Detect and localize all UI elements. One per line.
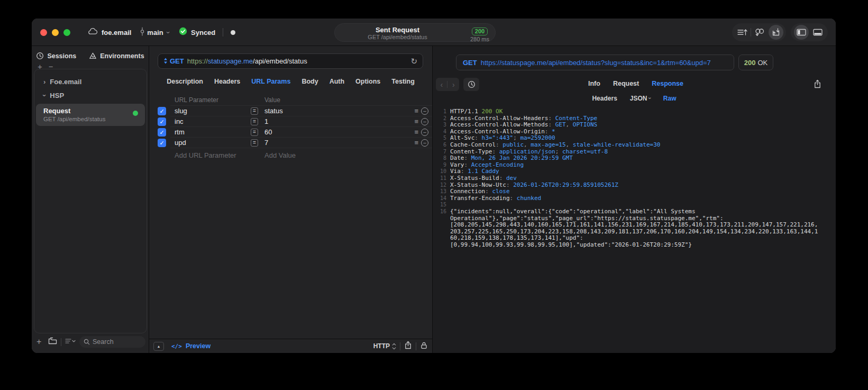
request-summary-pill[interactable]: Sent Request GET /api/embed/status 200 2…: [334, 23, 496, 42]
line-number: 2: [438, 115, 446, 122]
minimize-button[interactable]: [52, 29, 59, 36]
tab-auth[interactable]: Auth: [330, 78, 344, 85]
param-name[interactable]: slug: [175, 107, 187, 115]
param-row-rtm: ✓rtm=60≡−: [149, 127, 432, 138]
param-name[interactable]: inc: [175, 117, 184, 125]
param-name[interactable]: upd: [175, 139, 186, 147]
response-tab-request[interactable]: Request: [613, 80, 639, 87]
tab-description[interactable]: Description: [167, 78, 203, 85]
response-tab-response[interactable]: Response: [652, 80, 683, 87]
search-input[interactable]: Search: [79, 336, 145, 348]
lock-button[interactable]: [420, 341, 428, 351]
protocol-selector[interactable]: HTTP: [373, 342, 390, 350]
row-remove-icon[interactable]: −: [421, 107, 428, 115]
sidebar-item-hsp[interactable]: › HSP: [34, 88, 147, 102]
add-param-name[interactable]: Add URL Parameter: [175, 151, 236, 159]
code-token: OPTIONS: [573, 121, 597, 128]
param-name[interactable]: rtm: [175, 128, 185, 136]
param-checkbox[interactable]: ✓: [158, 139, 166, 147]
sort-requests-button[interactable]: [734, 23, 751, 41]
title-bar: foe.email main › Synced: [32, 19, 836, 46]
code-token: stale-while-revalidate=30: [573, 141, 661, 148]
close-button[interactable]: [40, 29, 47, 36]
param-row-inc: ✓inc=1≡−: [149, 116, 432, 127]
response-subtab-json[interactable]: JSON›: [630, 95, 651, 102]
response-url-box[interactable]: GET https://statuspage.me/api/embed/stat…: [456, 55, 734, 70]
tab-headers[interactable]: Headers: [214, 78, 240, 85]
add-param-value[interactable]: Add Value: [264, 151, 296, 159]
tab-body[interactable]: Body: [301, 78, 318, 85]
toggle-bottom-panel-button[interactable]: [809, 23, 826, 41]
tab-url-params[interactable]: URL Params: [251, 78, 290, 85]
url-scheme: https://: [187, 57, 208, 65]
sidebar-item-request[interactable]: Request GET /api/embed/status: [36, 104, 145, 126]
param-value[interactable]: 60: [264, 128, 272, 136]
code-token: {"incidents":null,"overall":{"code":"ope…: [450, 208, 696, 215]
sync-status[interactable]: Synced: [179, 27, 215, 38]
param-checkbox[interactable]: ✓: [158, 128, 166, 137]
code-token: :: [485, 188, 492, 195]
branch-selector[interactable]: main ›: [140, 27, 169, 38]
refresh-icon[interactable]: ↻: [410, 57, 417, 66]
row-remove-icon[interactable]: −: [421, 139, 428, 147]
param-value[interactable]: status: [264, 107, 283, 115]
line-number: 6: [438, 142, 446, 149]
footer-divider: [61, 338, 61, 346]
import-box-icon: [771, 28, 781, 37]
toggle-sidebar-button[interactable]: [793, 23, 809, 41]
code-token: Content-Type: [555, 115, 597, 122]
sort-filter-button[interactable]: [65, 337, 76, 347]
line-number: 13: [438, 188, 446, 195]
group-label: Foe.email: [50, 78, 81, 86]
row-drag-icon[interactable]: ≡: [414, 139, 418, 147]
list-up-icon: [737, 28, 747, 37]
code-token: 2026-01-26T20:29:59.859105261Z: [513, 182, 618, 188]
code-token: :: [506, 182, 513, 188]
code-token: 60,218,159,138,178,135,173,141],"upd":: [450, 234, 583, 241]
param-checkbox[interactable]: ✓: [158, 107, 166, 115]
export-response-button[interactable]: [814, 79, 821, 90]
tab-sessions[interactable]: Sessions: [36, 52, 76, 60]
response-code[interactable]: 1HTTP/1.1 200 OK2Access-Control-Allow-He…: [438, 108, 833, 248]
chevron-right-icon: ›: [43, 78, 45, 86]
app-body: Sessions Environments + − › Foe.email: [32, 46, 836, 353]
param-checkbox[interactable]: ✓: [158, 117, 166, 126]
tab-environments[interactable]: Environments: [89, 52, 144, 60]
tab-testing[interactable]: Testing: [391, 78, 415, 85]
code-token: Access-Control-Allow-Headers: [450, 115, 548, 122]
new-request-button[interactable]: +: [36, 337, 46, 347]
footer-divider: [416, 342, 416, 350]
param-value[interactable]: 7: [264, 139, 268, 147]
param-value[interactable]: 1: [264, 117, 268, 125]
row-drag-icon[interactable]: ≡: [414, 117, 418, 125]
preview-button[interactable]: Preview: [186, 342, 211, 350]
line-number: 5: [438, 135, 446, 142]
dynamic-values-button[interactable]: [751, 23, 768, 41]
request-item-subtitle: GET /api/embed/status: [43, 116, 139, 122]
import-export-button[interactable]: [768, 23, 784, 41]
method-selector[interactable]: GET: [170, 57, 184, 65]
response-subtab-headers[interactable]: Headers: [592, 95, 617, 102]
sidebar-item-foe-email[interactable]: › Foe.email: [34, 75, 147, 88]
equals-icon: =: [251, 107, 258, 115]
code-token: Access-Control-Allow-Methods: [450, 121, 548, 128]
response-tabs: InfoRequestResponse: [436, 80, 836, 87]
response-tab-info[interactable]: Info: [588, 80, 600, 87]
row-drag-icon[interactable]: ≡: [414, 107, 418, 115]
code-token: ;: [555, 148, 562, 155]
zoom-button[interactable]: [63, 29, 70, 36]
url-input[interactable]: GET https://statuspage.me/api/embed/stat…: [158, 53, 423, 69]
row-remove-icon[interactable]: −: [421, 129, 428, 136]
new-folder-button[interactable]: [48, 337, 57, 347]
code-token: :: [499, 175, 506, 182]
share-button[interactable]: [404, 341, 412, 351]
code-token: [0,99.94,100,99.93,99.98,99.95,100],"upd…: [450, 241, 692, 248]
response-subtab-raw[interactable]: Raw: [663, 95, 677, 102]
request-status-dot: [133, 111, 138, 116]
collapse-panel-button[interactable]: ▲: [153, 342, 164, 351]
tab-options[interactable]: Options: [355, 78, 380, 85]
row-remove-icon[interactable]: −: [421, 118, 428, 125]
code-token: :: [548, 115, 555, 122]
project-name[interactable]: foe.email: [102, 29, 131, 37]
row-drag-icon[interactable]: ≡: [414, 128, 418, 136]
